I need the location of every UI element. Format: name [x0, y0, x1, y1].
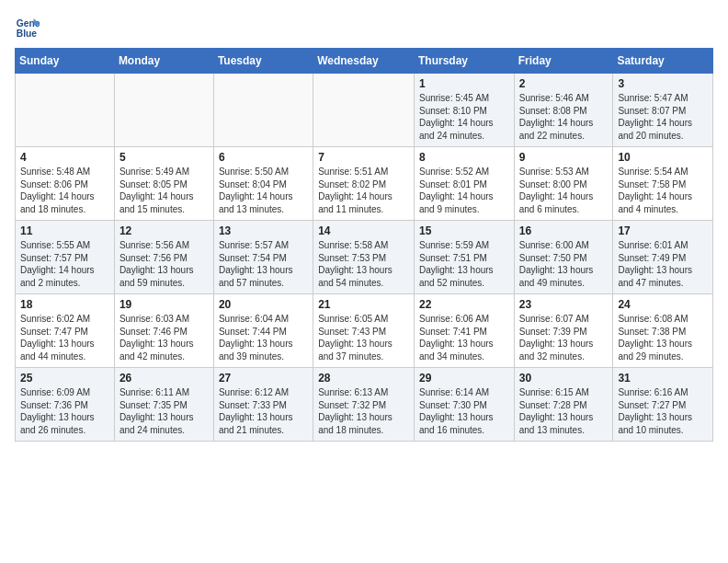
day-number: 29	[419, 372, 509, 385]
day-number: 5	[119, 151, 209, 164]
day-number: 22	[419, 298, 509, 311]
day-header-friday: Friday	[514, 49, 613, 74]
calendar-cell: 16Sunrise: 6:00 AMSunset: 7:50 PMDayligh…	[514, 221, 613, 294]
day-header-tuesday: Tuesday	[213, 49, 313, 74]
calendar-cell: 3Sunrise: 5:47 AMSunset: 8:07 PMDaylight…	[613, 74, 713, 147]
day-header-saturday: Saturday	[613, 49, 713, 74]
day-info: Sunrise: 6:09 AMSunset: 7:36 PMDaylight:…	[20, 386, 109, 436]
day-number: 2	[519, 77, 609, 90]
calendar-week-row: 4Sunrise: 5:48 AMSunset: 8:06 PMDaylight…	[16, 147, 713, 221]
day-header-thursday: Thursday	[414, 49, 514, 74]
day-number: 28	[318, 372, 409, 385]
day-info: Sunrise: 5:58 AMSunset: 7:53 PMDaylight:…	[318, 239, 409, 289]
day-number: 21	[318, 298, 409, 311]
calendar-cell: 6Sunrise: 5:50 AMSunset: 8:04 PMDaylight…	[213, 147, 313, 221]
day-number: 8	[419, 151, 509, 164]
day-info: Sunrise: 6:15 AMSunset: 7:28 PMDaylight:…	[519, 386, 609, 436]
day-number: 18	[20, 298, 109, 311]
day-number: 9	[519, 151, 609, 164]
day-info: Sunrise: 6:01 AMSunset: 7:49 PMDaylight:…	[618, 239, 708, 289]
day-number: 19	[119, 298, 209, 311]
day-number: 26	[119, 372, 209, 385]
day-info: Sunrise: 6:02 AMSunset: 7:47 PMDaylight:…	[20, 313, 109, 362]
calendar-cell: 23Sunrise: 6:07 AMSunset: 7:39 PMDayligh…	[514, 294, 613, 368]
day-info: Sunrise: 6:03 AMSunset: 7:46 PMDaylight:…	[119, 313, 209, 362]
day-number: 24	[618, 298, 708, 311]
day-number: 16	[519, 224, 609, 237]
calendar-table: SundayMondayTuesdayWednesdayThursdayFrid…	[15, 48, 713, 442]
calendar-cell: 26Sunrise: 6:11 AMSunset: 7:35 PMDayligh…	[114, 368, 213, 442]
day-info: Sunrise: 5:45 AMSunset: 8:10 PMDaylight:…	[419, 92, 509, 142]
calendar-cell: 2Sunrise: 5:46 AMSunset: 8:08 PMDaylight…	[514, 74, 613, 147]
day-info: Sunrise: 6:06 AMSunset: 7:41 PMDaylight:…	[419, 313, 509, 362]
day-number: 13	[219, 224, 308, 237]
calendar-cell	[16, 74, 115, 147]
header: General Blue	[15, 15, 713, 40]
day-info: Sunrise: 6:07 AMSunset: 7:39 PMDaylight:…	[519, 313, 609, 362]
day-number: 17	[618, 224, 708, 237]
day-number: 30	[519, 372, 609, 385]
day-number: 11	[20, 224, 109, 237]
day-info: Sunrise: 6:11 AMSunset: 7:35 PMDaylight:…	[119, 386, 209, 436]
day-info: Sunrise: 5:49 AMSunset: 8:05 PMDaylight:…	[119, 166, 209, 215]
calendar-cell: 13Sunrise: 5:57 AMSunset: 7:54 PMDayligh…	[213, 221, 313, 294]
day-number: 6	[219, 151, 308, 164]
day-number: 7	[318, 151, 409, 164]
calendar-cell: 24Sunrise: 6:08 AMSunset: 7:38 PMDayligh…	[613, 294, 713, 368]
calendar-cell: 12Sunrise: 5:56 AMSunset: 7:56 PMDayligh…	[114, 221, 213, 294]
calendar-cell: 27Sunrise: 6:12 AMSunset: 7:33 PMDayligh…	[213, 368, 313, 442]
calendar-cell	[313, 74, 415, 147]
day-info: Sunrise: 6:00 AMSunset: 7:50 PMDaylight:…	[519, 239, 609, 289]
day-info: Sunrise: 6:05 AMSunset: 7:43 PMDaylight:…	[318, 313, 409, 362]
day-number: 1	[419, 77, 509, 90]
calendar-cell: 8Sunrise: 5:52 AMSunset: 8:01 PMDaylight…	[414, 147, 514, 221]
day-info: Sunrise: 5:47 AMSunset: 8:07 PMDaylight:…	[618, 92, 708, 142]
calendar-week-row: 25Sunrise: 6:09 AMSunset: 7:36 PMDayligh…	[16, 368, 713, 442]
calendar-cell: 4Sunrise: 5:48 AMSunset: 8:06 PMDaylight…	[16, 147, 115, 221]
day-number: 12	[119, 224, 209, 237]
calendar-cell: 19Sunrise: 6:03 AMSunset: 7:46 PMDayligh…	[114, 294, 213, 368]
calendar-cell: 20Sunrise: 6:04 AMSunset: 7:44 PMDayligh…	[213, 294, 313, 368]
day-number: 4	[20, 151, 109, 164]
day-number: 3	[618, 77, 708, 90]
day-info: Sunrise: 5:57 AMSunset: 7:54 PMDaylight:…	[219, 239, 308, 289]
day-info: Sunrise: 6:08 AMSunset: 7:38 PMDaylight:…	[618, 313, 708, 362]
calendar-cell: 22Sunrise: 6:06 AMSunset: 7:41 PMDayligh…	[414, 294, 514, 368]
calendar-cell: 31Sunrise: 6:16 AMSunset: 7:27 PMDayligh…	[613, 368, 713, 442]
day-info: Sunrise: 5:51 AMSunset: 8:02 PMDaylight:…	[318, 166, 409, 215]
day-info: Sunrise: 5:50 AMSunset: 8:04 PMDaylight:…	[219, 166, 308, 215]
calendar-cell: 30Sunrise: 6:15 AMSunset: 7:28 PMDayligh…	[514, 368, 613, 442]
calendar-cell: 9Sunrise: 5:53 AMSunset: 8:00 PMDaylight…	[514, 147, 613, 221]
day-number: 20	[219, 298, 308, 311]
day-number: 27	[219, 372, 308, 385]
day-info: Sunrise: 6:13 AMSunset: 7:32 PMDaylight:…	[318, 386, 409, 436]
days-header-row: SundayMondayTuesdayWednesdayThursdayFrid…	[16, 49, 713, 74]
calendar-cell: 17Sunrise: 6:01 AMSunset: 7:49 PMDayligh…	[613, 221, 713, 294]
day-info: Sunrise: 6:04 AMSunset: 7:44 PMDaylight:…	[219, 313, 308, 362]
day-number: 14	[318, 224, 409, 237]
calendar-cell: 29Sunrise: 6:14 AMSunset: 7:30 PMDayligh…	[414, 368, 514, 442]
logo: General Blue	[15, 15, 44, 40]
calendar-cell: 10Sunrise: 5:54 AMSunset: 7:58 PMDayligh…	[613, 147, 713, 221]
day-info: Sunrise: 5:56 AMSunset: 7:56 PMDaylight:…	[119, 239, 209, 289]
day-number: 25	[20, 372, 109, 385]
day-number: 10	[618, 151, 708, 164]
day-info: Sunrise: 5:46 AMSunset: 8:08 PMDaylight:…	[519, 92, 609, 142]
logo-icon: General Blue	[15, 15, 40, 40]
day-info: Sunrise: 5:52 AMSunset: 8:01 PMDaylight:…	[419, 166, 509, 215]
calendar-cell: 25Sunrise: 6:09 AMSunset: 7:36 PMDayligh…	[16, 368, 115, 442]
calendar-cell: 15Sunrise: 5:59 AMSunset: 7:51 PMDayligh…	[414, 221, 514, 294]
day-info: Sunrise: 5:48 AMSunset: 8:06 PMDaylight:…	[20, 166, 109, 215]
day-number: 31	[618, 372, 708, 385]
day-info: Sunrise: 5:54 AMSunset: 7:58 PMDaylight:…	[618, 166, 708, 215]
day-number: 23	[519, 298, 609, 311]
calendar-week-row: 1Sunrise: 5:45 AMSunset: 8:10 PMDaylight…	[16, 74, 713, 147]
calendar-week-row: 18Sunrise: 6:02 AMSunset: 7:47 PMDayligh…	[16, 294, 713, 368]
day-info: Sunrise: 6:16 AMSunset: 7:27 PMDaylight:…	[618, 386, 708, 436]
day-info: Sunrise: 5:53 AMSunset: 8:00 PMDaylight:…	[519, 166, 609, 215]
calendar-cell: 14Sunrise: 5:58 AMSunset: 7:53 PMDayligh…	[313, 221, 415, 294]
svg-text:Blue: Blue	[17, 29, 38, 39]
calendar-cell	[114, 74, 213, 147]
calendar-cell: 11Sunrise: 5:55 AMSunset: 7:57 PMDayligh…	[16, 221, 115, 294]
day-number: 15	[419, 224, 509, 237]
